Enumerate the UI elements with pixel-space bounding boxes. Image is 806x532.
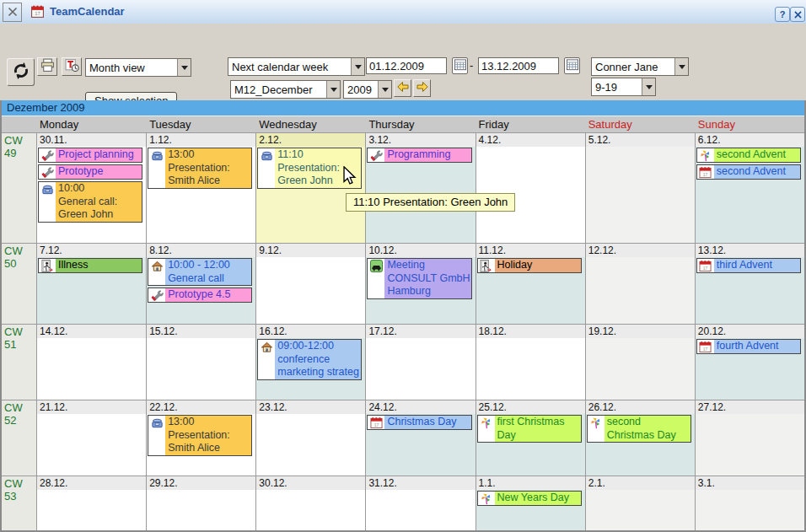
day-cell-7-12[interactable]: 7.12.Illness [36, 243, 146, 324]
house-icon [148, 259, 165, 285]
event[interactable]: MeetingCONSULT GmbHHamburg [367, 258, 471, 299]
day-cell-10-12[interactable]: 10.12.MeetingCONSULT GmbHHamburg [365, 243, 475, 324]
event[interactable]: Prototype [38, 164, 142, 180]
day-cell-27-12[interactable]: 27.12. [695, 400, 804, 476]
day-cell-22-12[interactable]: 22.12.13:00Presentation:Smith Alice [146, 400, 255, 476]
calendar-corner-cell [2, 116, 36, 132]
day-cell-23-12[interactable]: 23.12. [255, 400, 365, 476]
day-cell-2-12[interactable]: 2.12.11:10Presentation:Green John [255, 132, 365, 243]
day-cell-6-12[interactable]: 6.12.second Advent17second Advent [695, 132, 804, 243]
day-cell-25-12[interactable]: 25.12.first ChristmasDay [476, 400, 585, 476]
day-cell-21-12[interactable]: 21.12. [36, 400, 146, 476]
event[interactable]: Holiday [477, 258, 582, 273]
day-cell-26-12[interactable]: 26.12.secondChristmas Day [585, 400, 695, 476]
range-select[interactable]: Next calendar week [228, 57, 365, 76]
person-select[interactable]: Conner Jane [591, 57, 689, 76]
date-picker-from-button[interactable] [452, 57, 468, 74]
date-to-input[interactable] [478, 57, 559, 74]
day-cell-2-1[interactable]: 2.1. [585, 476, 695, 530]
close-button[interactable] [790, 7, 805, 22]
event-text: Programming [384, 148, 470, 162]
day-cell-11-12[interactable]: 11.12.Holiday [476, 243, 585, 324]
day-cell-1-1[interactable]: 1.1.New Years Day [476, 476, 585, 530]
date-label: 1.1. [476, 476, 585, 490]
event[interactable]: secondChristmas Day [587, 415, 691, 443]
event[interactable]: 17fourth Advent [696, 339, 801, 354]
day-cell-30-12[interactable]: 30.12. [255, 476, 365, 530]
event[interactable]: second Advent [696, 148, 801, 163]
event[interactable]: Prototype 4.5 [148, 287, 252, 303]
date-from-input[interactable] [366, 57, 447, 74]
event[interactable]: 13:00Presentation:Smith Alice [148, 148, 252, 189]
print-button[interactable] [37, 57, 57, 76]
event[interactable]: 17second Advent [696, 164, 801, 180]
help-button[interactable]: ? [775, 7, 790, 22]
day-cell-5-12[interactable]: 5.12. [585, 132, 695, 243]
event[interactable]: Programming [367, 148, 471, 163]
event[interactable]: Illness [38, 258, 142, 273]
day-cell-13-12[interactable]: 13.12.17third Advent [695, 243, 804, 324]
svg-text:17: 17 [374, 422, 379, 427]
date-label: 1.12. [147, 133, 255, 147]
event[interactable]: Project planning [38, 148, 142, 163]
titlebar-left-close-button[interactable] [3, 3, 22, 22]
event[interactable]: New Years Day [477, 491, 582, 506]
date-label: 24.12. [366, 400, 475, 414]
day-cell-16-12[interactable]: 16.12.09:00-12:00conferencemarketing str… [255, 324, 365, 400]
event[interactable]: 10:00 - 12:00General call [148, 258, 252, 286]
festival-icon [697, 148, 714, 162]
day-cell-12-12[interactable]: 12.12. [585, 243, 695, 324]
date-label: 6.12. [696, 133, 804, 147]
day-cell-9-12[interactable]: 9.12. [255, 243, 365, 324]
festival-icon [478, 492, 495, 505]
day-cell-14-12[interactable]: 14.12. [36, 324, 146, 400]
date-label: 29.12. [147, 476, 255, 490]
event[interactable]: 13:00Presentation:Smith Alice [148, 415, 252, 456]
event-text: MeetingCONSULT GmbHHamburg [384, 259, 470, 298]
day-cell-8-12[interactable]: 8.12.10:00 - 12:00General callPrototype … [146, 243, 255, 324]
date-range-separator: - [470, 57, 473, 74]
day-header-saturday: Saturday [585, 116, 695, 132]
event[interactable]: 17Christmas Day [367, 415, 471, 430]
day-cell-29-12[interactable]: 29.12. [146, 476, 255, 530]
redcal-icon: 17 [368, 416, 384, 429]
refresh-button[interactable] [7, 58, 35, 86]
day-cell-17-12[interactable]: 17.12. [365, 324, 475, 400]
hours-select[interactable]: 9-19 [591, 78, 656, 96]
day-cell-20-12[interactable]: 20.12.17fourth Advent [695, 324, 804, 400]
day-cell-4-12[interactable]: 4.12. [476, 132, 585, 243]
event[interactable]: first ChristmasDay [477, 415, 582, 443]
year-select[interactable]: 2009 [343, 80, 392, 99]
day-cell-3-12[interactable]: 3.12.Programming [365, 132, 475, 243]
day-cell-15-12[interactable]: 15.12. [146, 324, 255, 400]
event[interactable]: 09:00-12:00conferencemarketing strategy [257, 339, 362, 380]
day-cell-31-12[interactable]: 31.12. [365, 476, 475, 530]
date-label: 20.12. [696, 325, 804, 338]
date-time-button[interactable] [62, 57, 82, 76]
date-picker-to-button[interactable] [564, 57, 580, 74]
event[interactable]: 10:00General call:Green John [38, 181, 142, 223]
day-header-sunday: Sunday [695, 116, 804, 132]
date-label: 9.12. [256, 244, 365, 257]
month-select[interactable]: M12_December [230, 80, 341, 99]
prev-button[interactable] [394, 79, 411, 97]
next-button[interactable] [413, 79, 431, 97]
date-label: 21.12. [37, 400, 146, 414]
calendar-grid-icon [454, 59, 466, 73]
day-cell-1-12[interactable]: 1.12.13:00Presentation:Smith Alice [146, 132, 255, 243]
day-cell-3-1[interactable]: 3.1. [695, 476, 804, 530]
event-text: third Advent [714, 259, 800, 272]
arrow-left-icon [396, 80, 410, 96]
event[interactable]: 11:10Presentation:Green John [257, 148, 362, 189]
day-cell-30-11[interactable]: 30.11.Project planningPrototype10:00Gene… [36, 132, 146, 243]
date-label: 23.12. [256, 400, 365, 414]
day-cell-18-12[interactable]: 18.12. [476, 324, 585, 400]
redcal-icon: 17 [697, 165, 714, 179]
event[interactable]: 17third Advent [696, 258, 801, 273]
svg-text:17: 17 [703, 172, 708, 177]
day-cell-28-12[interactable]: 28.12. [36, 476, 146, 530]
day-cell-19-12[interactable]: 19.12. [585, 324, 695, 400]
day-cell-24-12[interactable]: 24.12.17Christmas Day [365, 400, 475, 476]
week-label: CW 53 [2, 476, 36, 530]
view-select[interactable]: Month view [85, 58, 191, 77]
